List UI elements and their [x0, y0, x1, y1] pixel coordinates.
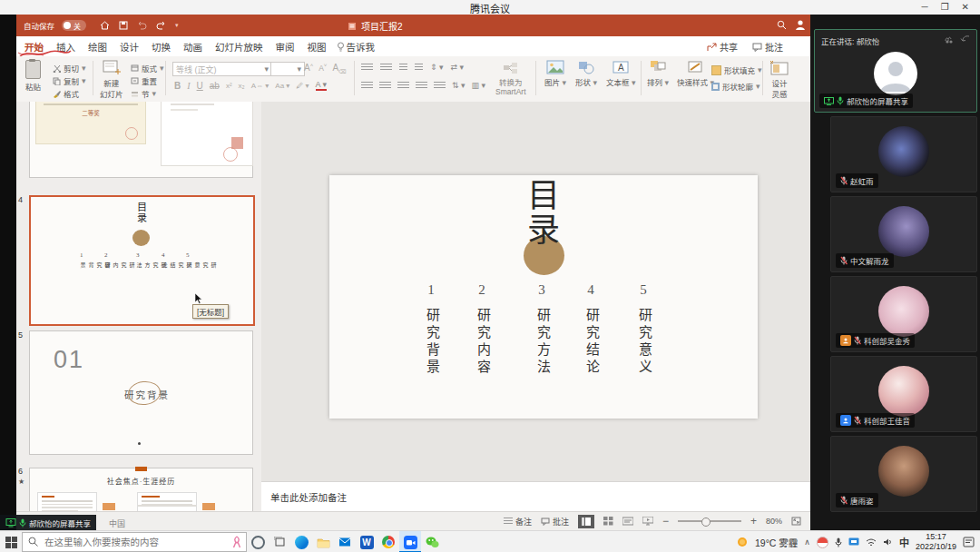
convert-smartart-button[interactable]: 转换为 SmartArt: [495, 62, 526, 96]
strikethrough-button[interactable]: ab: [210, 81, 220, 91]
textbox-button[interactable]: A 文本框 ▾: [606, 60, 635, 87]
reaction-hands-icon[interactable]: [944, 34, 956, 44]
align-center-button[interactable]: [379, 82, 391, 90]
shapes-button[interactable]: 形状 ▾: [575, 60, 597, 87]
search-input[interactable]: [22, 532, 247, 552]
copy-button[interactable]: 复制▾: [53, 75, 86, 86]
superscript-button[interactable]: x²: [226, 82, 232, 90]
zoom-slider[interactable]: [678, 520, 741, 522]
tab-slideshow[interactable]: 幻灯片放映: [209, 40, 270, 54]
bullets-button[interactable]: [361, 64, 373, 72]
taskbar-wechat[interactable]: [421, 531, 443, 552]
notes-pane[interactable]: 单击此处添加备注: [261, 481, 810, 512]
change-case-button[interactable]: Aa ▾: [275, 82, 289, 90]
shape-fill-button[interactable]: 形状填充▾: [711, 64, 762, 75]
quick-styles-button[interactable]: 快速样式 ▾: [677, 60, 714, 87]
tray-volume-icon[interactable]: [883, 537, 893, 547]
autosave-toggle[interactable]: 关: [62, 20, 86, 31]
taskbar-file-explorer[interactable]: [312, 531, 334, 552]
start-button[interactable]: [0, 531, 22, 552]
zoom-out-button[interactable]: −: [662, 515, 669, 527]
italic-button[interactable]: I: [187, 81, 190, 91]
tab-view[interactable]: 视图: [301, 40, 333, 54]
shrink-font-button[interactable]: A˅: [318, 63, 327, 74]
format-painter-button[interactable]: 格式: [53, 88, 86, 99]
participant-tile[interactable]: 唐雨姿: [830, 436, 977, 512]
unpin-arrow-icon[interactable]: [960, 34, 971, 44]
home-icon[interactable]: [100, 21, 110, 30]
undo-icon[interactable]: [137, 21, 147, 30]
tab-review[interactable]: 审阅: [270, 40, 301, 54]
design-ideas-button[interactable]: 设计 灵感: [769, 60, 789, 99]
screen-share-indicator[interactable]: 郝欣怡的屏幕共享: [0, 515, 96, 530]
justify-button[interactable]: [416, 82, 427, 90]
taskbar-tencent-meeting-active[interactable]: [399, 531, 421, 552]
taskbar-mail[interactable]: [334, 531, 356, 552]
tray-mic-icon[interactable]: [835, 537, 842, 547]
slide-canvas[interactable]: 目 录 1 2 3 4 5 研究背景 研究内容 研究方法 研究结论 研究意义: [329, 175, 758, 419]
shape-outline-button[interactable]: 形状轮廓▾: [711, 81, 762, 92]
cut-button[interactable]: 剪切▾: [53, 63, 86, 74]
new-slide-button[interactable]: 新建 幻灯片: [100, 60, 123, 99]
notes-toggle[interactable]: 备注: [504, 516, 532, 527]
notification-center-icon[interactable]: [963, 537, 975, 547]
tray-app-icon[interactable]: [817, 537, 828, 548]
taskbar-chrome[interactable]: [377, 531, 399, 552]
task-view-button[interactable]: [269, 531, 290, 552]
clock[interactable]: 15:17 2022/10/19: [916, 532, 956, 552]
minimize-button[interactable]: ─: [922, 2, 928, 12]
normal-view-button[interactable]: [578, 515, 594, 528]
clear-formatting-button[interactable]: A⌫: [332, 63, 346, 74]
tray-display-icon[interactable]: [848, 537, 859, 547]
reading-view-button[interactable]: [622, 517, 633, 526]
paste-button[interactable]: 粘贴: [25, 60, 41, 92]
fit-to-window-button[interactable]: [791, 517, 801, 526]
tab-design[interactable]: 设计: [113, 40, 145, 54]
columns-button[interactable]: ▥ ▾: [472, 81, 486, 90]
user-account-icon[interactable]: [795, 19, 806, 31]
comments-button[interactable]: 批注: [752, 40, 783, 54]
font-size-select[interactable]: ▾: [270, 62, 305, 76]
text-direction-button[interactable]: ⇄ ▾: [451, 63, 465, 72]
align-right-button[interactable]: [397, 82, 409, 90]
tray-expand-icon[interactable]: ∧: [804, 537, 810, 547]
font-color-button[interactable]: A ▾: [316, 81, 328, 91]
tab-animations[interactable]: 动画: [177, 40, 209, 54]
tab-draw[interactable]: 绘图: [82, 40, 113, 54]
decrease-indent-button[interactable]: [399, 64, 407, 72]
tab-tell-me[interactable]: 告诉我: [345, 40, 382, 54]
taskbar-edge[interactable]: [290, 531, 312, 552]
redo-icon[interactable]: [156, 21, 166, 30]
reset-button[interactable]: 重置: [131, 75, 164, 86]
participant-tile[interactable]: 科创部吴金秀: [830, 276, 977, 352]
align-text-button[interactable]: ⇅ ▾: [452, 81, 466, 90]
character-spacing-button[interactable]: A⇔ ▾: [251, 82, 270, 90]
font-name-select[interactable]: 等线 (正文)▾: [172, 62, 272, 76]
subscript-button[interactable]: x₂: [239, 82, 245, 90]
highlight-button[interactable]: 🖉 ▾: [296, 82, 309, 90]
taskbar-search[interactable]: [22, 532, 247, 552]
zoom-level[interactable]: 80%: [766, 517, 782, 526]
thumbnail-slide-6[interactable]: 社会焦点·生涯经历: [29, 468, 253, 511]
participant-tile-sharer[interactable]: 正在讲话: 郝欣怡 郝欣怡的屏幕共享: [814, 29, 977, 113]
participant-tile[interactable]: 科创部王佳音: [830, 356, 977, 432]
line-spacing-button[interactable]: ⇕ ▾: [430, 63, 444, 72]
taskbar-word[interactable]: W: [356, 531, 377, 552]
underline-button[interactable]: U: [197, 81, 203, 91]
zoom-slider-thumb[interactable]: [701, 518, 710, 527]
maximize-button[interactable]: ❐: [941, 2, 949, 12]
share-button[interactable]: 共享: [707, 40, 738, 54]
thumbnail-slide-3[interactable]: 二等奖: [29, 102, 253, 178]
weather-text[interactable]: 19°C 雾霾: [755, 536, 798, 549]
comments-toggle[interactable]: 批注: [541, 516, 569, 527]
bold-button[interactable]: B: [174, 81, 181, 91]
tab-transitions[interactable]: 切换: [145, 40, 177, 54]
increase-indent-button[interactable]: [415, 64, 423, 72]
participant-tile[interactable]: 赵虹雨: [830, 116, 977, 192]
numbering-button[interactable]: [380, 64, 392, 72]
save-icon[interactable]: [119, 21, 128, 30]
layout-button[interactable]: 版式▾: [131, 63, 164, 74]
qat-dropdown-icon[interactable]: ▾: [175, 22, 179, 29]
arrange-button[interactable]: 排列 ▾: [647, 60, 669, 87]
cortana-button[interactable]: [247, 531, 269, 552]
